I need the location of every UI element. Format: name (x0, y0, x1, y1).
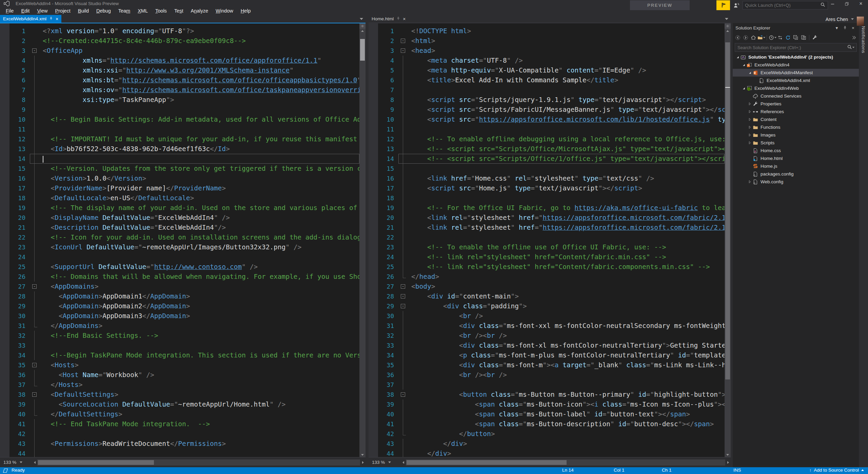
code-text[interactable] (40, 449, 359, 457)
code-text[interactable]: <OfficeApp (40, 46, 359, 56)
pin-icon[interactable] (49, 16, 53, 21)
user-account[interactable]: Ares Chen (826, 15, 864, 23)
code-text[interactable]: <div class="ms-font-m"><a target="_blank… (409, 360, 725, 370)
document-list-chevron-icon[interactable] (360, 18, 363, 20)
zoom-level-select[interactable]: 133 % (0, 460, 32, 465)
expander-closed-icon[interactable] (747, 140, 753, 146)
scroll-right-arrow[interactable] (725, 459, 731, 466)
pin-icon[interactable] (396, 16, 400, 21)
code-text[interactable]: </div> (409, 439, 725, 449)
pin-icon[interactable] (842, 25, 848, 31)
code-text[interactable]: <br /><br /> (409, 370, 725, 380)
code-text[interactable]: <script src="https://appsforoffice.micro… (409, 115, 725, 124)
code-text[interactable] (40, 124, 359, 134)
code-text[interactable]: <br /><br /> (409, 331, 725, 341)
code-text[interactable]: <AppDomains> (40, 282, 359, 291)
scroll-up-arrow[interactable] (359, 29, 366, 33)
code-text[interactable]: <meta charset="UTF-8" /> (409, 56, 725, 65)
expander-closed-icon[interactable] (747, 109, 753, 115)
expander-closed-icon[interactable] (747, 179, 753, 185)
code-text[interactable]: <link href="Home.css" rel="stylesheet" t… (409, 173, 725, 183)
code-text[interactable]: <!-- For the Office UI Fabric, go to htt… (409, 203, 725, 213)
back-icon[interactable] (734, 34, 742, 41)
tree-item-connected-services[interactable]: Connected Services (733, 92, 859, 100)
code-text[interactable] (409, 193, 725, 203)
tree-item-scripts[interactable]: Scripts (733, 139, 859, 147)
scroll-left-arrow[interactable] (400, 459, 406, 466)
code-text[interactable]: <Id>bb76f522-503c-4838-962b-7d46eef1f63c… (40, 144, 359, 154)
code-text[interactable]: <div id="content-main"> (409, 291, 725, 301)
code-text[interactable]: </head> (409, 272, 725, 282)
code-text[interactable]: <SourceLocation DefaultValue="~remoteApp… (40, 399, 359, 409)
tree-item-excelwebaddin4web[interactable]: ExcelWebAddIn4Web (733, 84, 859, 92)
collapse-box-icon[interactable]: - (32, 48, 37, 53)
code-text[interactable]: <Permissions>ReadWriteDocument</Permissi… (40, 439, 359, 449)
notifications-tab[interactable]: Notifications (861, 26, 866, 53)
avatar[interactable] (857, 17, 864, 26)
feedback-person-icon[interactable] (732, 1, 741, 9)
refresh-icon[interactable] (784, 34, 792, 41)
code-text[interactable]: </AppDomains> (40, 321, 359, 331)
code-text[interactable]: xmlns="http://schemas.microsoft.com/offi… (40, 56, 359, 65)
vertical-scrollbar[interactable] (725, 23, 731, 457)
collapse-box-icon[interactable]: - (32, 284, 37, 289)
code-text[interactable] (40, 341, 359, 350)
code-text[interactable]: <script src="Home.js" type="text/javascr… (409, 183, 725, 193)
collapse-box-icon[interactable]: - (401, 39, 405, 43)
tree-item-images[interactable]: Images (733, 131, 859, 139)
collapse-box-icon[interactable]: - (401, 48, 405, 53)
code-text[interactable]: <p class="ms-font-m-plus ms-fontColor-ne… (409, 350, 725, 360)
tree-item-home-html[interactable]: Home.html (733, 154, 859, 162)
tab-home-html[interactable]: Home.html× (369, 15, 409, 23)
scroll-thumb[interactable] (407, 460, 567, 465)
code-text[interactable]: <!-- IMPORTANT! Id must be unique for yo… (40, 134, 359, 144)
expander-open-icon[interactable] (741, 86, 747, 91)
search-icon[interactable] (820, 2, 828, 8)
scope-icon[interactable] (757, 34, 765, 41)
menu-item-xml[interactable]: XML (134, 7, 152, 15)
expander-open-icon[interactable] (735, 55, 741, 60)
properties-icon[interactable] (811, 34, 818, 41)
code-text[interactable]: xmlns:ov="http://schemas.microsoft.com/o… (40, 85, 359, 95)
code-text[interactable]: <ProviderName>[Provider name]</ProviderN… (40, 183, 359, 193)
code-text[interactable]: <!-- Begin Basic Settings: Add-in metada… (40, 115, 359, 124)
tree-item-excelwebaddin4manifest[interactable]: ExcelWebAddIn4Manifest (733, 69, 859, 77)
collapse-box-icon[interactable]: - (32, 392, 37, 397)
tree-item-functions[interactable]: Functions (733, 123, 859, 131)
scroll-thumb[interactable] (360, 39, 365, 61)
horizontal-scrollbar[interactable] (406, 459, 725, 466)
menu-item-build[interactable]: Build (74, 7, 93, 15)
code-text[interactable]: <!-- Domains that will be allowed when n… (40, 272, 359, 282)
code-text[interactable]: </button> (409, 429, 725, 439)
close-icon[interactable]: × (403, 17, 406, 21)
code-text[interactable]: <div class="padding"> (409, 301, 725, 311)
code-text[interactable]: </Hosts> (40, 380, 359, 390)
quick-launch[interactable] (743, 1, 828, 9)
code-text[interactable]: <!--Version. Updates from the store only… (40, 164, 359, 173)
code-text[interactable]: <AppDomain>AppDomain2</AppDomain> (40, 301, 359, 311)
code-text[interactable]: <?xml version="1.0" encoding="UTF-8"?> (40, 26, 359, 36)
code-text[interactable] (409, 124, 725, 134)
user-name[interactable]: Ares Chen (826, 17, 848, 22)
overflow-icon[interactable] (850, 34, 857, 41)
menu-item-debug[interactable]: Debug (93, 7, 115, 15)
collapse-box-icon[interactable]: - (401, 294, 405, 298)
splitter-handle[interactable] (359, 23, 366, 29)
scroll-thumb[interactable] (725, 42, 730, 379)
code-text[interactable]: <span class="ms-Button-description" id="… (409, 419, 725, 429)
close-icon[interactable]: × (850, 25, 856, 31)
code-text[interactable]: <!--End Basic Settings. --> (40, 331, 359, 341)
expander-closed-icon[interactable] (747, 101, 753, 107)
tree-item-home-js[interactable]: Home.js (733, 162, 859, 170)
code-text[interactable]: <link rel="stylesheet" href="https://app… (409, 213, 725, 223)
code-text[interactable]: <html> (409, 36, 725, 46)
search-icon[interactable] (847, 44, 852, 51)
chevron-down-icon[interactable] (851, 18, 854, 20)
code-text[interactable]: <div class="ms-font-xl ms-fontColor-neut… (409, 341, 725, 350)
minimize-button[interactable] (827, 1, 837, 7)
collapse-box-icon[interactable]: - (32, 363, 37, 367)
code-text[interactable]: <br /> (409, 311, 725, 321)
solution-search-input[interactable] (735, 45, 847, 50)
code-text[interactable]: <!-- <script src="Scripts/Office/1/offic… (409, 154, 725, 164)
code-text[interactable]: <IconUrl DefaultValue="~remoteAppUrl/Ima… (40, 242, 359, 252)
